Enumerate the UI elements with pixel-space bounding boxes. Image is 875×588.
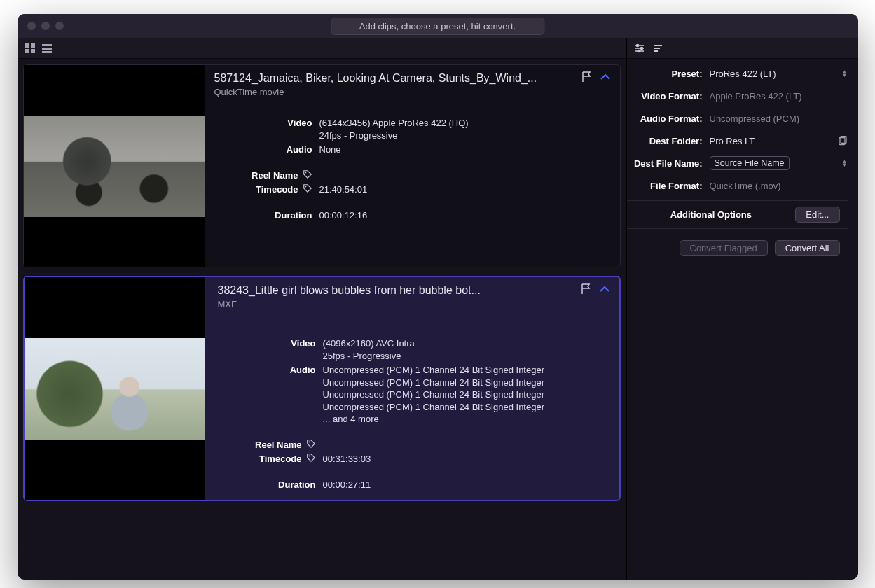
sliders-icon[interactable] — [634, 43, 645, 54]
svg-point-9 — [308, 441, 310, 442]
tag-icon — [303, 169, 312, 179]
meta-value-audio: None — [319, 144, 341, 156]
choose-folder-icon[interactable] — [837, 136, 848, 146]
clip-container-type: QuickTime movie — [214, 87, 610, 97]
tag-icon — [303, 183, 312, 193]
label-video-format: Video Format: — [627, 91, 710, 102]
flag-icon[interactable] — [581, 71, 593, 85]
collapse-icon[interactable] — [599, 71, 612, 85]
titlebar: Add clips, choose a preset, hit convert. — [18, 14, 858, 38]
label-dest-folder: Dest Folder: — [627, 136, 710, 146]
meta-value-duration: 00:00:12:16 — [319, 209, 368, 222]
meta-value-video: (6144x3456) Apple ProRes 422 (HQ) 24fps … — [319, 117, 469, 141]
flag-icon[interactable] — [580, 283, 593, 298]
svg-rect-6 — [42, 51, 52, 53]
settings-content: Preset: ProRes 422 (LT) ▲▼ Video Format:… — [627, 59, 858, 256]
minimize-window-button[interactable] — [41, 22, 50, 30]
additional-options-label: Additional Options — [627, 209, 796, 220]
svg-rect-5 — [42, 48, 52, 50]
meta-label-duration: Duration — [214, 209, 319, 222]
convert-flagged-button[interactable]: Convert Flagged — [680, 240, 768, 256]
meta-label-reel: Reel Name — [214, 169, 319, 182]
clip-info: 587124_Jamaica, Biker, Looking At Camera… — [205, 65, 620, 267]
value-dest-folder[interactable]: Pro Res LT — [710, 136, 837, 146]
meta-value-timecode: 21:40:54:01 — [319, 183, 368, 196]
clip-title: 38243_Little girl blows bubbles from her… — [218, 284, 609, 297]
meta-label-reel: Reel Name — [218, 439, 323, 451]
svg-point-7 — [305, 172, 306, 173]
svg-point-12 — [640, 47, 642, 49]
clip-info: 38243_Little girl blows bubbles from her… — [205, 277, 619, 500]
grid-view-icon[interactable] — [25, 43, 36, 54]
svg-point-11 — [636, 44, 638, 46]
meta-value-duration: 00:00:27:11 — [323, 479, 371, 491]
list-view-icon[interactable] — [41, 43, 53, 54]
svg-rect-0 — [25, 43, 29, 48]
value-audio-format: Uncompressed (PCM) — [710, 113, 848, 124]
meta-value-timecode: 00:31:33:03 — [323, 453, 371, 465]
clip-container-type: MXF — [218, 299, 609, 309]
tag-icon — [306, 439, 316, 449]
window-controls — [18, 22, 64, 30]
meta-value-video: (4096x2160) AVC Intra 25fps - Progressiv… — [323, 337, 415, 362]
thumbnail-image — [25, 338, 205, 440]
label-audio-format: Audio Format: — [627, 113, 710, 124]
zoom-window-button[interactable] — [55, 22, 64, 30]
svg-point-8 — [305, 186, 306, 188]
label-preset: Preset: — [627, 69, 710, 79]
svg-rect-3 — [31, 49, 35, 53]
stepper-icon[interactable]: ▲▼ — [841, 160, 848, 167]
title-hint[interactable]: Add clips, choose a preset, hit convert. — [331, 18, 544, 35]
clip-title: 587124_Jamaica, Biker, Looking At Camera… — [214, 72, 610, 85]
meta-label-video: Video — [214, 117, 319, 141]
sort-icon[interactable] — [652, 43, 663, 54]
tag-icon — [306, 453, 316, 463]
meta-label-video: Video — [218, 337, 323, 362]
clip-thumbnail[interactable] — [24, 65, 205, 267]
meta-label-audio: Audio — [214, 144, 319, 156]
clip-item[interactable]: 38243_Little girl blows bubbles from her… — [23, 276, 621, 501]
preset-select[interactable]: ProRes 422 (LT) — [710, 69, 841, 79]
label-dest-filename: Dest File Name: — [627, 158, 710, 169]
clips-toolbar — [18, 38, 626, 59]
value-file-format: QuickTime (.mov) — [710, 181, 848, 191]
settings-panel: Preset: ProRes 422 (LT) ▲▼ Video Format:… — [627, 38, 858, 580]
settings-toolbar — [627, 38, 858, 59]
clip-item[interactable]: 587124_Jamaica, Biker, Looking At Camera… — [23, 64, 621, 267]
collapse-icon[interactable] — [598, 283, 611, 298]
clips-panel: 587124_Jamaica, Biker, Looking At Camera… — [18, 38, 627, 580]
meta-label-audio: Audio — [218, 364, 323, 426]
label-file-format: File Format: — [627, 181, 710, 191]
svg-rect-2 — [25, 49, 29, 53]
close-window-button[interactable] — [27, 22, 36, 30]
svg-rect-1 — [31, 43, 35, 48]
svg-point-10 — [308, 456, 310, 457]
stepper-icon[interactable]: ▲▼ — [841, 70, 848, 77]
app-window: Add clips, choose a preset, hit convert. — [18, 14, 858, 580]
content-area: 587124_Jamaica, Biker, Looking At Camera… — [18, 38, 858, 580]
clip-thumbnail[interactable] — [25, 277, 205, 500]
dest-filename-select[interactable]: Source File Name — [710, 156, 790, 170]
convert-all-button[interactable]: Convert All — [775, 240, 840, 256]
clip-list[interactable]: 587124_Jamaica, Biker, Looking At Camera… — [18, 59, 626, 580]
edit-options-button[interactable]: Edit... — [795, 206, 839, 223]
additional-options-row: Additional Options Edit... — [627, 200, 848, 229]
meta-value-audio: Uncompressed (PCM) 1 Channel 24 Bit Sign… — [323, 364, 545, 426]
meta-label-timecode: Timecode — [214, 183, 319, 196]
svg-rect-4 — [42, 44, 52, 46]
thumbnail-image — [24, 115, 205, 217]
value-video-format: Apple ProRes 422 (LT) — [710, 91, 848, 102]
svg-point-13 — [638, 50, 640, 52]
meta-label-timecode: Timecode — [218, 453, 323, 465]
meta-label-duration: Duration — [218, 479, 323, 491]
convert-actions: Convert Flagged Convert All — [627, 240, 848, 256]
